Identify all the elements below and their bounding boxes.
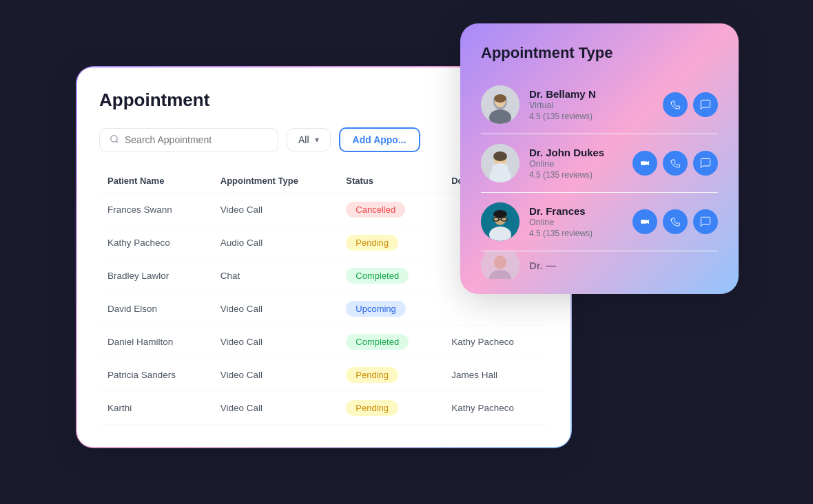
- action-buttons: [663, 92, 718, 117]
- svg-point-15: [493, 210, 507, 218]
- cell-appointment-type: Video Call: [212, 193, 338, 227]
- doctor-name: Dr. John Dukes: [529, 147, 623, 158]
- cell-status: Upcoming: [338, 293, 443, 326]
- filter-value: All: [298, 134, 309, 145]
- chat-button[interactable]: [693, 92, 718, 117]
- cell-appointment-type: Video Call: [212, 359, 338, 392]
- doctor-info: Dr. —: [529, 260, 718, 271]
- avatar: [481, 85, 519, 124]
- svg-point-10: [493, 151, 507, 161]
- avatar: [481, 202, 519, 241]
- status-badge: Pending: [346, 400, 398, 416]
- doctor-info: Dr. Bellamy N Virtual 4.5 (135 reviews): [529, 88, 653, 121]
- phone-button[interactable]: [663, 209, 688, 234]
- doctor-item-2: Dr. Frances Online 4.5 (135 reviews): [481, 193, 718, 251]
- doctor-rating: 4.5 (135 reviews): [529, 170, 623, 180]
- cell-doctor: Kathy Pacheco: [443, 392, 548, 425]
- doctor-item-1: Dr. John Dukes Online 4.5 (135 reviews): [481, 134, 718, 193]
- doctor-name: Dr. Bellamy N: [529, 88, 653, 100]
- cell-appointment-type: Video Call: [212, 392, 338, 425]
- cell-patient-name: Karthi: [99, 392, 212, 425]
- doctor-item-0: Dr. Bellamy N Virtual 4.5 (135 reviews): [481, 76, 718, 134]
- doctor-info: Dr. John Dukes Online 4.5 (135 reviews): [529, 147, 623, 180]
- cell-doctor: Kathy Pacheco: [443, 326, 548, 359]
- cell-appointment-type: Chat: [212, 260, 338, 293]
- doctor-type: Online: [529, 218, 623, 227]
- table-row[interactable]: Karthi Video Call Pending Kathy Pacheco: [99, 392, 548, 425]
- doctor-name: Dr. —: [529, 260, 718, 271]
- col-status: Status: [338, 169, 443, 193]
- filter-dropdown[interactable]: All ▾: [287, 128, 331, 151]
- video-button[interactable]: [632, 209, 657, 234]
- status-badge: Completed: [346, 268, 409, 284]
- cell-appointment-type: Audio Call: [212, 227, 338, 260]
- cell-patient-name: Kathy Pacheco: [99, 227, 212, 260]
- cell-patient-name: Daniel Hamilton: [99, 326, 212, 359]
- type-card-title: Appointment Type: [481, 44, 718, 62]
- doctor-info: Dr. Frances Online 4.5 (135 reviews): [529, 205, 623, 238]
- doctor-rating: 4.5 (135 reviews): [529, 229, 623, 238]
- search-icon: [110, 134, 119, 146]
- svg-point-20: [494, 255, 506, 269]
- phone-button[interactable]: [663, 151, 688, 176]
- doctor-rating: 4.5 (135 reviews): [529, 112, 653, 121]
- table-row[interactable]: Daniel Hamilton Video Call Completed Kat…: [99, 326, 548, 359]
- status-badge: Completed: [346, 334, 409, 350]
- cell-doctor: James Hall: [443, 359, 548, 392]
- cell-patient-name: Bradley Lawlor: [99, 260, 212, 293]
- status-badge: Pending: [346, 235, 398, 251]
- doctor-name: Dr. Frances: [529, 205, 623, 217]
- status-badge: Upcoming: [346, 301, 406, 317]
- svg-point-6: [494, 94, 506, 103]
- search-box[interactable]: [99, 128, 278, 152]
- col-appointment-type: Appointment Type: [212, 169, 338, 193]
- cell-status: Completed: [338, 326, 443, 359]
- phone-button[interactable]: [663, 92, 688, 117]
- doctor-type: Virtual: [529, 101, 653, 110]
- status-badge: Cancelled: [346, 202, 405, 218]
- doctor-type: Online: [529, 159, 623, 169]
- table-row[interactable]: David Elson Video Call Upcoming: [99, 293, 548, 326]
- cell-status: Completed: [338, 260, 443, 293]
- chevron-down-icon: ▾: [315, 135, 319, 145]
- doctors-list: Dr. Bellamy N Virtual 4.5 (135 reviews) …: [481, 76, 718, 279]
- cell-status: Pending: [338, 392, 443, 425]
- doctor-item-partial: Dr. —: [481, 251, 718, 279]
- cell-status: Pending: [338, 227, 443, 260]
- cell-status: Pending: [338, 359, 443, 392]
- cell-status: Cancelled: [338, 193, 443, 227]
- table-row[interactable]: Patricia Sanders Video Call Pending Jame…: [99, 359, 548, 392]
- chat-button[interactable]: [693, 209, 718, 234]
- svg-point-0: [111, 135, 117, 141]
- cell-patient-name: David Elson: [99, 293, 212, 326]
- cell-doctor: [443, 293, 548, 326]
- cell-appointment-type: Video Call: [212, 293, 338, 326]
- col-patient-name: Patient Name: [99, 169, 212, 193]
- svg-point-11: [492, 163, 508, 174]
- cell-patient-name: Patricia Sanders: [99, 359, 212, 392]
- avatar: [481, 251, 519, 279]
- appointment-type-card: Appointment Type Dr. Bellamy N Virtual 4…: [462, 25, 737, 293]
- add-appointment-button[interactable]: Add Appo...: [339, 127, 420, 152]
- search-input[interactable]: [125, 134, 268, 145]
- video-button[interactable]: [632, 151, 657, 176]
- svg-line-1: [116, 140, 119, 143]
- cell-appointment-type: Video Call: [212, 326, 338, 359]
- status-badge: Pending: [346, 367, 398, 383]
- chat-button[interactable]: [693, 151, 718, 176]
- action-buttons: [632, 209, 718, 234]
- avatar: [481, 144, 519, 182]
- cell-patient-name: Frances Swann: [99, 193, 212, 227]
- action-buttons: [632, 151, 718, 176]
